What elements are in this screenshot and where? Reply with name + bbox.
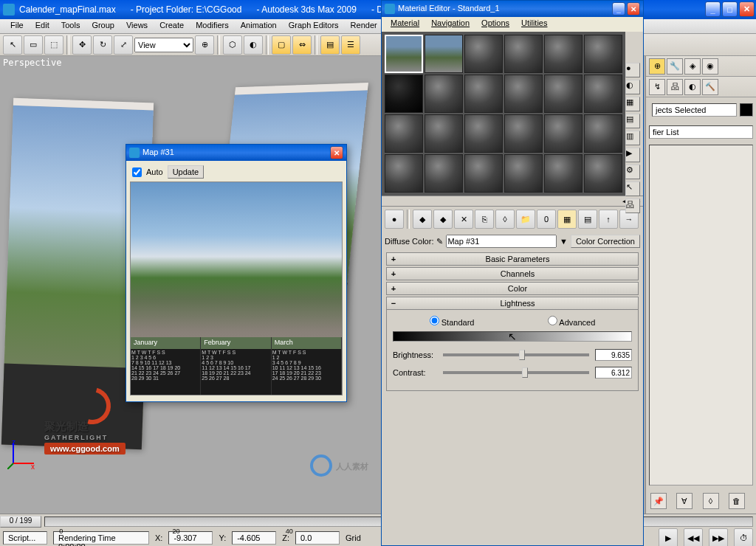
y-coord-input[interactable] <box>232 531 276 545</box>
material-slot-24[interactable] <box>584 154 622 193</box>
unique-icon[interactable]: ◊ <box>703 493 719 509</box>
pin-stack-icon[interactable]: 📌 <box>650 493 667 509</box>
minimize-button[interactable]: _ <box>705 1 721 17</box>
material-slot-11[interactable] <box>544 75 583 113</box>
modifier-stack[interactable] <box>649 145 753 485</box>
backlight-icon[interactable]: ◐ <box>625 80 640 94</box>
time-config-button[interactable]: ⏱ <box>734 528 753 546</box>
material-slot-7[interactable] <box>385 75 423 113</box>
advanced-radio[interactable] <box>548 316 557 325</box>
background-icon[interactable]: ▦ <box>625 97 640 111</box>
show-map-icon[interactable]: ▦ <box>557 210 577 229</box>
material-slot-14[interactable] <box>425 114 463 153</box>
color-correction-button[interactable]: Color Correction <box>571 235 640 248</box>
show-end-result-icon[interactable]: ▤ <box>578 210 597 229</box>
named-selection[interactable]: ▢ <box>272 35 291 55</box>
close-button[interactable]: ✕ <box>739 1 755 17</box>
brightness-slider[interactable] <box>443 353 589 356</box>
go-parent-icon[interactable]: ↑ <box>599 210 618 229</box>
material-slot-20[interactable] <box>425 154 463 193</box>
hierarchy-icon[interactable]: 品 <box>667 79 683 95</box>
selection-name-field[interactable]: jects Selected <box>652 103 737 117</box>
material-slot-1[interactable] <box>385 35 423 73</box>
material-slot-18[interactable] <box>584 114 622 153</box>
select-by-mat-icon[interactable]: ↖ <box>625 182 640 196</box>
sample-uv-icon[interactable]: ▤ <box>625 114 640 128</box>
mat-menu-material[interactable]: Material <box>385 17 425 32</box>
material-slot-4[interactable] <box>504 35 543 73</box>
material-slot-12[interactable] <box>584 75 622 113</box>
snap-toggle[interactable]: ⬡ <box>223 35 242 55</box>
material-name-input[interactable] <box>446 235 557 248</box>
get-material-icon[interactable]: ● <box>385 210 404 229</box>
utilities-icon[interactable]: 🔨 <box>702 79 718 95</box>
map-window-titlebar[interactable]: Map #31 ✕ <box>126 145 346 161</box>
material-slot-3[interactable] <box>464 35 503 73</box>
assign-to-sel-icon[interactable]: ◆ <box>433 210 453 229</box>
material-slot-17[interactable] <box>544 114 583 153</box>
coord-system-select[interactable]: View <box>134 38 193 52</box>
layers-tool[interactable]: ☰ <box>341 35 360 55</box>
material-slot-6[interactable] <box>584 35 622 73</box>
next-frame-button[interactable]: ▶▶ <box>709 528 728 546</box>
update-button[interactable]: Update <box>168 165 204 179</box>
z-coord-input[interactable] <box>295 531 340 545</box>
modifier-list-dropdown[interactable]: fier List <box>649 125 753 139</box>
standard-radio[interactable] <box>430 316 439 325</box>
mat-close-button[interactable]: ✕ <box>627 2 640 15</box>
make-preview-icon[interactable]: ▶ <box>625 148 640 162</box>
material-slot-15[interactable] <box>464 114 503 153</box>
brightness-input[interactable] <box>595 349 632 361</box>
advanced-radio-label[interactable]: Advanced <box>548 316 595 327</box>
motion-tab[interactable]: ◉ <box>702 58 718 75</box>
material-editor-titlebar[interactable]: Material Editor - Standard_1 _ ✕ <box>382 1 643 17</box>
schematic-icon[interactable]: ↯ <box>649 79 665 95</box>
video-check-icon[interactable]: ▥ <box>625 131 640 145</box>
menu-group[interactable]: Group <box>86 19 120 33</box>
channels-header[interactable]: +Channels <box>386 267 639 280</box>
menu-tools[interactable]: Tools <box>55 19 86 33</box>
auto-checkbox[interactable] <box>132 167 142 177</box>
material-slot-19[interactable] <box>385 154 423 193</box>
material-slot-16[interactable] <box>504 114 543 153</box>
maximize-button[interactable]: □ <box>722 1 738 17</box>
prev-frame-button[interactable]: ◀◀ <box>684 528 703 546</box>
display-icon[interactable]: ◐ <box>684 79 701 95</box>
play-button[interactable]: ▶ <box>659 528 678 546</box>
material-slot-9[interactable] <box>464 75 503 113</box>
material-slot-8[interactable] <box>425 75 463 113</box>
material-slot-10[interactable] <box>504 75 543 113</box>
select-region-tool[interactable]: ▭ <box>24 35 43 55</box>
material-id-icon[interactable]: 0 <box>537 210 556 229</box>
put-to-lib-icon[interactable]: 📁 <box>516 210 535 229</box>
menu-file[interactable]: File <box>4 19 30 33</box>
remove-icon[interactable]: 🗑 <box>729 493 745 509</box>
mat-menu-utilities[interactable]: Utilities <box>515 17 553 32</box>
menu-create[interactable]: Create <box>154 19 190 33</box>
material-slot-22[interactable] <box>504 154 543 193</box>
eyedropper-icon[interactable]: ✎ <box>436 237 443 246</box>
material-slot-21[interactable] <box>464 154 503 193</box>
make-unique-icon[interactable]: ◊ <box>495 210 515 229</box>
material-slot-2[interactable] <box>425 35 463 73</box>
sample-type-icon[interactable]: ● <box>625 63 640 77</box>
hierarchy-tab[interactable]: ◈ <box>684 58 701 75</box>
align-tool[interactable]: ▤ <box>320 35 340 55</box>
modify-tab[interactable]: 🔧 <box>667 58 683 75</box>
menu-graph[interactable]: Graph Editors <box>283 19 345 33</box>
menu-edit[interactable]: Edit <box>30 19 55 33</box>
select-window-tool[interactable]: ⬚ <box>44 35 63 55</box>
basic-params-header[interactable]: +Basic Parameters <box>386 252 639 266</box>
contrast-slider[interactable] <box>443 371 589 374</box>
mirror-tool[interactable]: ⇔ <box>292 35 312 55</box>
make-copy-icon[interactable]: ⎘ <box>475 210 494 229</box>
script-button[interactable]: Script... <box>3 531 47 545</box>
put-to-scene-icon[interactable]: ◆ <box>413 210 432 229</box>
material-slot-23[interactable] <box>544 154 583 193</box>
menu-render[interactable]: Render <box>345 19 383 33</box>
color-header[interactable]: +Color <box>386 282 639 295</box>
options-icon[interactable]: ⚙ <box>625 165 640 179</box>
rotate-tool[interactable]: ↻ <box>93 35 112 55</box>
dropdown-icon[interactable]: ▼ <box>560 237 568 246</box>
lightness-gradient[interactable]: ↖ <box>393 331 632 342</box>
